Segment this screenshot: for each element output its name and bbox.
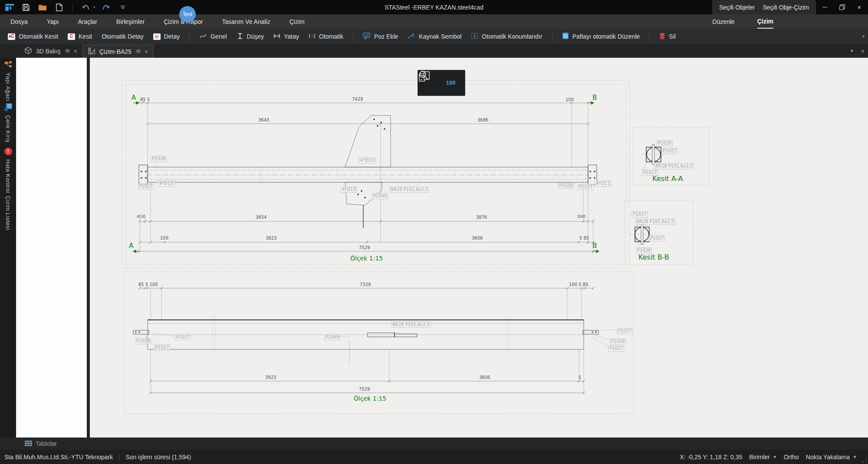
poz-ekle-button[interactable]: AB Poz Ekle [360,31,401,43]
drawing-label: P1027 [578,184,594,190]
section-auto-icon: ᴀC [8,33,15,40]
maximize-button[interactable] [833,0,851,14]
drawing-label: Kesit B-B [638,253,669,261]
zoom-tool-icon[interactable]: 100 [446,80,456,86]
divider [72,3,72,12]
pin-icon[interactable] [65,48,70,55]
ortho-toggle[interactable]: Ortho [784,454,799,461]
otomatik-olcu-button[interactable]: A Otomatik [306,31,346,43]
tab-3d-bakis[interactable]: 3D Bakış × [19,45,82,58]
drawing-label: A [132,94,136,102]
sidebar-label: Hata Kontrol [5,159,11,193]
tablolar-button[interactable]: Tablolar [25,440,57,447]
close-button[interactable]: × [851,0,868,14]
ribbon-overflow-icon[interactable]: ▾ [862,34,865,39]
drawing-label: BR28 P101,6x2,5 [654,163,694,169]
divider [189,31,190,42]
close-all-icon[interactable]: × [861,48,865,55]
drawing-label: Kesit A-A [652,175,683,183]
paftayi-duzenle-button[interactable]: Paftayı otomatik Düzenle [559,30,643,43]
pin-icon[interactable] [135,48,141,55]
detay-button[interactable]: ◎ Detay [151,31,183,42]
otomatik-kesit-button[interactable]: ᴀC Otomatik Kesit [5,31,61,42]
tab-label: 3D Bakış [36,48,61,55]
sil-button[interactable]: Sil [657,31,678,43]
dusey-button[interactable]: Düşey [234,31,267,43]
chevron-down-icon: ▼ [773,455,777,459]
error-check-icon: ! [4,147,13,156]
open-folder-icon[interactable] [37,3,48,12]
tables-bar: Tablolar [0,438,868,450]
menu-araclar[interactable]: Araçlar [78,18,97,25]
drawing-label: 100 5 85 [569,282,589,287]
drawing-label: 3823 [266,236,276,241]
drawing-label: P1028 [657,140,673,146]
genel-button[interactable]: Genel [197,31,229,43]
svg-text:AB: AB [365,34,369,37]
drawing-label: 100 [566,97,574,102]
drawing-label: 3040 [577,215,585,219]
structure-tree-icon [4,60,13,69]
menu-bar: Dosya Yapı Araçlar Birleşimler Çizim & R… [0,14,868,29]
drawing-label: 7329 [360,282,371,287]
sidebar-label: Çizim Listesi [5,196,11,230]
menu-yapi[interactable]: Yapı [47,18,59,25]
units-dropdown[interactable]: Birimler▼ [749,454,776,461]
close-tab-icon[interactable]: × [145,49,148,55]
menu-cizim-selected[interactable]: Çizim [757,14,773,29]
drawing-label: 3643 [258,118,269,123]
drawing-label: 3606 [472,236,483,241]
otomatik-detay-button[interactable]: Otomatik Detay [99,31,146,42]
sidebar-item-yapi-agaci[interactable]: Yapı Ağacı [0,60,16,102]
snap-dropdown[interactable]: Nokta Yakalama▼ [806,454,857,461]
close-tab-icon[interactable]: × [74,48,77,54]
dim-horizontal-icon [273,33,280,41]
yatay-button[interactable]: Yatay [271,31,302,43]
drawing-label: 7529 [359,387,370,392]
drawing-label: P1028 [558,183,574,189]
undo-dropdown-icon[interactable]: ▾ [93,5,95,9]
menu-birlesimler[interactable]: Birleşimler [116,18,145,25]
selected-objects-label[interactable]: Seçili Objeler [719,4,755,11]
save-icon[interactable] [21,3,31,12]
tab-list-chevron-icon[interactable]: ▾ [851,48,853,55]
drawing-canvas[interactable]: A85 57429100B36433686P10284*D13P10274*D1… [90,58,868,438]
left-rail: Yapı Ağacı Çelik Kiriş ! Hata Kontrol Çi… [0,58,16,438]
drawing-label: 4*D13 [341,187,357,193]
selected-object-drawing-label[interactable]: Seçili Obje-Çizim [763,4,809,11]
drawing-label: P1027 [175,334,191,340]
otomatik-konumlandir-button[interactable]: A Otomatik Konumlandır [468,31,545,43]
auto-position-icon: A [471,33,478,41]
panel-divider[interactable] [87,58,90,438]
kesit-button[interactable]: C Kesit [65,31,95,42]
title-bar: ▾ STASteel -ERBEY KAZAN.steel4cad Seçili… [0,0,868,14]
sidebar-item-hata-kontrol[interactable]: ! Hata Kontrol [0,147,16,193]
drawing-linework [90,58,868,438]
new-file-icon[interactable] [54,3,64,12]
drawing-label: 85 5 [140,97,150,102]
resize-grip[interactable] [863,459,866,462]
redo-icon[interactable] [101,3,112,12]
sidebar-item-cizim-listesi[interactable]: Çizim Listesi [0,196,16,230]
customize-toolbar-icon[interactable] [118,3,128,12]
undo-icon[interactable] [80,3,91,12]
viewport-toolbar[interactable]: 100 [418,70,465,96]
company-label: Sta Bil.Muh.Mus.Ltd.Sti.-YTU Teknopark [4,454,113,461]
zoom-level: 100 [446,79,456,86]
coordinates-readout: X: -0,25 Y: 1,18 Z: 0,35 [680,454,743,461]
drawing-label: 5 [579,375,581,380]
document-tab-bar: 3D Bakış × Çizim-BA25 × ▾ × [0,44,868,58]
menu-dosya[interactable]: Dosya [10,18,28,25]
menu-cizim[interactable]: Çizim [289,18,305,25]
tab-cizim-ba25[interactable]: Çizim-BA25 × [82,45,154,58]
tree-panel[interactable] [16,58,87,438]
sidebar-item-celik-kiris[interactable]: Çelik Kiriş [0,103,16,142]
menu-duzenle[interactable]: Düzenle [712,18,734,25]
table-icon [25,441,32,447]
drawing-label: P1027 [138,184,154,190]
kaynak-sembol-button[interactable]: Kaynak Sembol [405,31,464,43]
minimize-button[interactable] [816,0,833,14]
app-logo-icon[interactable] [4,3,15,12]
drawing-label: 85 5 100 [138,282,158,287]
menu-tasarim-analiz[interactable]: Tasarım Ve Analiz [222,18,270,25]
